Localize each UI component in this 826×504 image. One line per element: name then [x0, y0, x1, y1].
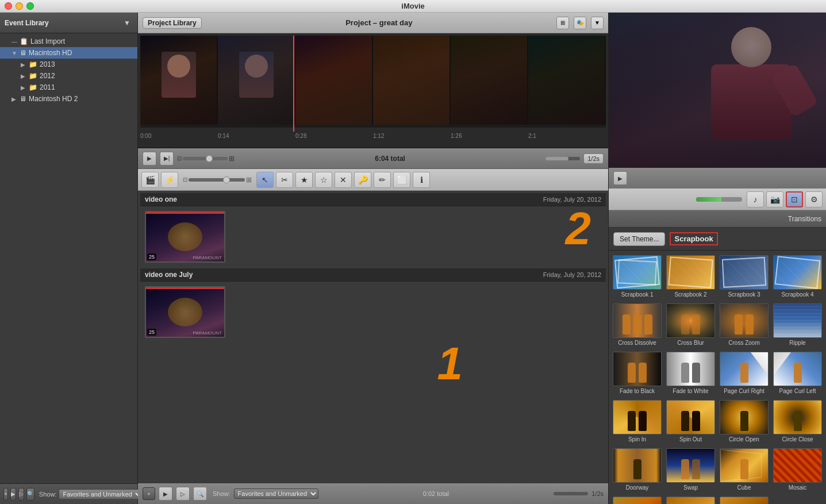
film-frame-2[interactable]: [218, 36, 295, 125]
transition-extra1[interactable]: [611, 494, 663, 504]
transition-scrapbook4[interactable]: Scrapbook 4: [771, 253, 824, 300]
clip-thumb-1[interactable]: PARAMOUNT 25: [145, 211, 225, 263]
crop-adjust-button[interactable]: ⬜: [393, 172, 410, 188]
transition-scrapbook2[interactable]: Scrapbook 2: [664, 253, 717, 300]
photo-tool-button[interactable]: 📷: [766, 191, 783, 207]
rate-tool-button[interactable]: ★: [295, 172, 313, 188]
grid-view-button[interactable]: ⊞: [556, 17, 569, 29]
transition-circle-open[interactable]: Circle Open: [718, 398, 770, 445]
play-slow-button[interactable]: ▷: [18, 488, 24, 501]
add-clip-button[interactable]: +: [143, 487, 155, 500]
zoom-event-button[interactable]: 🔍: [26, 488, 34, 501]
transition-cross-zoom[interactable]: Cross Zoom: [718, 301, 770, 348]
zoom-clip-button[interactable]: 🔍: [193, 487, 207, 501]
tree-arrow-2013: ▶: [21, 61, 26, 68]
play-event-button[interactable]: ▶: [10, 488, 16, 501]
close-button[interactable]: [5, 2, 12, 10]
audio-level-bar: [696, 197, 742, 202]
film-frame-4[interactable]: [373, 36, 451, 125]
trans-thumb-fade-white: [666, 352, 715, 386]
transition-extra3[interactable]: [718, 494, 770, 504]
transition-doorway[interactable]: Doorway: [611, 446, 663, 493]
film-frame-5[interactable]: [451, 36, 528, 125]
play-fullscreen-button[interactable]: ▶|: [160, 152, 174, 166]
view-mode-clip-button[interactable]: 🎬: [141, 172, 159, 188]
audio-tool-button[interactable]: ♪: [747, 191, 764, 207]
play-clip-button[interactable]: ▶: [159, 487, 172, 501]
transitions-tool-button[interactable]: ⊡: [786, 191, 803, 207]
adjust-tool-button[interactable]: ✏: [374, 172, 391, 188]
figure-zoom-1: [735, 314, 743, 334]
sidebar-item-2013[interactable]: ▶ 📁 2013: [0, 59, 137, 70]
play-button[interactable]: ▶: [143, 152, 156, 166]
clip-size-slider[interactable]: [189, 178, 245, 182]
keyword-tool-button[interactable]: 🔑: [354, 172, 371, 188]
film-frame-1[interactable]: [140, 36, 218, 125]
dropdown-button[interactable]: ▼: [591, 17, 604, 29]
transition-spin-in[interactable]: Spin In: [611, 398, 663, 445]
clip-img-2: PARAMOUNT: [146, 287, 224, 337]
figure-fb-1: [628, 363, 636, 383]
transition-extra2[interactable]: [664, 494, 717, 504]
clip-thumb-2[interactable]: PARAMOUNT 25: [145, 286, 225, 338]
transition-swap[interactable]: Swap: [664, 446, 717, 493]
transition-cube[interactable]: Cube: [718, 446, 770, 493]
transition-page-curl-left[interactable]: Page Curl Left: [771, 349, 824, 397]
window-controls: [5, 2, 34, 10]
speed-display: 1/2s: [583, 153, 604, 164]
trans-thumb-extra1: [613, 497, 662, 504]
transition-mosaic[interactable]: Mosaic: [771, 446, 824, 493]
film-frame-6[interactable]: [528, 36, 606, 125]
select-tool-button[interactable]: ↖: [256, 172, 274, 188]
bottom-show-select[interactable]: Favorites and Unmarked: [234, 488, 318, 499]
bottom-speed-slider[interactable]: [554, 492, 588, 495]
sidebar-item-2012[interactable]: ▶ 📁 2012: [0, 70, 137, 82]
right-area: ▶ 1 ♪ 📷 ⊡ ⚙ Transitions Set T: [608, 13, 826, 504]
transition-scrapbook1[interactable]: Scrapbook 1: [611, 253, 663, 300]
folder-2013-label: 2013: [40, 60, 55, 68]
event-clips: video one Friday, July 20, 2012 PARAMOUN…: [138, 191, 608, 346]
play-slow-clip-button[interactable]: ▷: [176, 487, 190, 501]
trans-thumb-cross-blur: [666, 303, 715, 338]
unrate-tool-button[interactable]: ☆: [315, 172, 332, 188]
sidebar-item-last-import[interactable]: — 📋 Last Import: [0, 36, 137, 47]
maximize-button[interactable]: [26, 2, 34, 10]
zoom-slider[interactable]: [183, 157, 228, 160]
theme-button[interactable]: 🎭: [574, 17, 586, 29]
preview-controls: ▶: [609, 168, 826, 188]
project-library-button[interactable]: Project Library: [143, 17, 202, 29]
sidebar-item-macintosh-hd[interactable]: ▼ 🖥 Macintosh HD: [0, 47, 137, 59]
transition-fade-white[interactable]: Fade to White: [664, 349, 717, 397]
crop-tool-button[interactable]: ✂: [276, 172, 293, 188]
preview-play-button[interactable]: ▶: [613, 171, 627, 185]
figure-1: [623, 314, 631, 334]
zoom-min-icon: ⊡: [177, 155, 182, 161]
frame-img-2: [218, 36, 294, 125]
transition-scrapbook3[interactable]: Scrapbook 3: [718, 253, 770, 300]
settings-tool-button[interactable]: ⚙: [805, 191, 823, 207]
transition-fade-black[interactable]: Fade to Black: [611, 349, 663, 397]
event-library-collapse-icon[interactable]: ▼: [121, 17, 133, 29]
info-button[interactable]: ℹ: [413, 172, 430, 188]
sidebar-item-macintosh-hd2[interactable]: ▶ 🖥 Macintosh HD 2: [0, 93, 137, 105]
zoom-thumb[interactable]: [206, 155, 213, 162]
transition-page-curl-right[interactable]: Page Curl Right: [718, 349, 770, 397]
playhead[interactable]: [293, 36, 294, 132]
transition-spin-out[interactable]: Spin Out: [664, 398, 717, 445]
transition-circle-close[interactable]: Circle Close: [771, 398, 824, 445]
figure-fw-1: [681, 363, 689, 383]
minimize-button[interactable]: [16, 2, 23, 10]
transition-cross-dissolve[interactable]: Cross Dissolve: [611, 301, 663, 348]
clip-size-thumb[interactable]: [223, 176, 230, 183]
film-frame-3[interactable]: [295, 36, 373, 125]
add-event-button[interactable]: +: [3, 488, 8, 501]
set-theme-button[interactable]: Set Theme...: [613, 232, 665, 246]
speed-slider[interactable]: [545, 157, 580, 160]
sidebar-item-2011[interactable]: ▶ 📁 2011: [0, 82, 137, 93]
show-select[interactable]: Favorites and Unmarked: [59, 489, 143, 499]
figure-si-2: [639, 411, 647, 431]
transition-ripple[interactable]: Ripple: [771, 301, 824, 348]
transition-cross-blur[interactable]: Cross Blur: [664, 301, 717, 348]
reject-tool-button[interactable]: ✕: [335, 172, 352, 188]
view-mode-event-button[interactable]: ⚡: [161, 172, 178, 188]
